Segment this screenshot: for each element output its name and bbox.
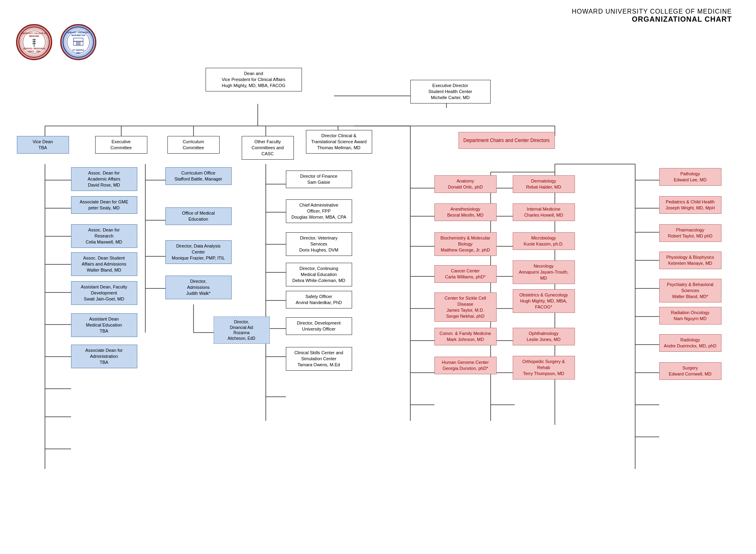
dept-radiation: Radiation Oncology Nam Nguyrn MD xyxy=(659,307,721,325)
dept-orthopedic: Orthopedic Surgery & Rehab Terry Thompso… xyxy=(513,356,575,379)
assoc-dean-student: Assoc. Dean Student Affairs and Admissio… xyxy=(71,252,137,276)
other-faculty-box: Other Faculty Committees and CASC xyxy=(242,136,294,160)
dept-neurology: Neurology Annapurni Jayam-Trouth, MD xyxy=(513,260,575,284)
director-finance: Director of Finance Sam Gaisie xyxy=(286,170,352,188)
dept-pediatrics: Pediatrics & Child Health Joseph Wright,… xyxy=(659,196,721,214)
director-admissions: Director, Admissions Judith Walk* xyxy=(165,276,232,299)
dept-surgery: Surgery Edward Cornwell, MD xyxy=(659,362,721,380)
clinical-skills: Clinical Skills Center and Simulation Ce… xyxy=(286,347,352,371)
title: HOWARD UNIVERSITY COLLEGE OF MEDICINE xyxy=(0,8,732,15)
dept-ob-gyn: Obstetrics & Gynecology Hugh Mighty, MD,… xyxy=(513,289,575,313)
curriculum-committee-box: Curriculum Committee xyxy=(167,136,220,154)
dept-internal-medicine: Internal Medicine Charles Howell, MD xyxy=(513,203,575,221)
dept-human-genome: Human Genome Center Georgia Dunston, phD… xyxy=(434,357,497,374)
office-med-ed: Office of Medical Education xyxy=(165,207,232,225)
assoc-dean-gme: Associate Dean for GME peter Sealy, MD xyxy=(71,196,137,214)
director-vet: Director, Veterinary Services Doris Hugh… xyxy=(286,232,352,256)
dept-physiology: Physiology & Biophysics Kebreten Manaye,… xyxy=(659,252,721,269)
chief-admin: Chief Administrative Officer, FPP Dougla… xyxy=(286,199,352,223)
director-clinical-box: Director Clinical & Translational Scienc… xyxy=(306,130,372,154)
dept-biochemistry: Biochemistry & Molecular Biology Matthew… xyxy=(434,232,497,256)
chart-area: Dean and Vice President for Clinical Aff… xyxy=(9,28,748,509)
exec-committee-box: Executive Committee xyxy=(95,136,147,154)
dean-box: Dean and Vice President for Clinical Aff… xyxy=(206,68,302,91)
director-dev: Director, Development University Officer xyxy=(286,317,352,335)
director-cme: Director, Continuing Medical Education D… xyxy=(286,263,352,286)
dept-anesthesiology: Anesthesiology Besrat Mesfin, MD xyxy=(434,203,497,221)
assoc-dean-admin: Associate Dean for Administration TBA xyxy=(71,345,137,368)
asst-dean-faculty: Assistant Dean, Faculty Development Swat… xyxy=(71,281,137,305)
dept-ophthalmology: Ophthalmology Leslie Jones, MD xyxy=(513,328,575,345)
header: HOWARD UNIVERSITY COLLEGE OF MEDICINE OR… xyxy=(0,0,756,28)
curriculum-office: Curriculum Office Stafford Battle, Manag… xyxy=(165,167,232,185)
director-financial: Director, Dinancial Aid Rozanna Aitcheso… xyxy=(214,317,270,344)
vice-dean-box: Vice Dean TBA xyxy=(17,136,69,154)
dept-radiology: Radiology Andre Duerinckx, MD, phD xyxy=(659,334,721,352)
dept-pathology: Pathology Edward Lee, MD xyxy=(659,168,721,186)
assoc-dean-acad: Assoc. Dean for Academic Affairs David R… xyxy=(71,167,137,191)
dept-microbiology: Microbiology Kunle Kassim, ph.D. xyxy=(513,232,575,250)
exec-director-box: Executive Director Student Health Center… xyxy=(410,80,491,103)
dept-chairs-box: Department Chairs and Center Directors xyxy=(458,132,555,149)
dept-comm-family: Comm. & Family Medicine Mark Johnson, MD xyxy=(434,328,497,345)
dept-pharmacology: Pharmacology Robert Taylor, MD phD xyxy=(659,224,721,242)
asst-dean-med: Assistant Dean Medical Education TBA xyxy=(71,313,137,337)
dept-dermatology: Dermatology Rebat Halder, MD xyxy=(513,175,575,193)
dept-sickle-cell: Center for Sickle Cell Disease James Tay… xyxy=(434,292,497,322)
director-data: Director, Data Analysis Center Monique F… xyxy=(165,240,232,264)
dept-anatomy: Anatomy Donald Orlic, phD xyxy=(434,175,497,193)
dept-psychiatry: Psychiatry & Behavioral Sciences Walter … xyxy=(659,279,721,302)
assoc-dean-res: Assoc. Dean for Research Celia Maxwell, … xyxy=(71,224,137,248)
dept-cancer: Cancer Center Carla Williams, phD* xyxy=(434,265,497,283)
subtitle: ORGANIZATIONAL CHART xyxy=(0,15,732,24)
safety-officer: Safety Officer Arvind Nandedkar, PhD xyxy=(286,291,352,308)
